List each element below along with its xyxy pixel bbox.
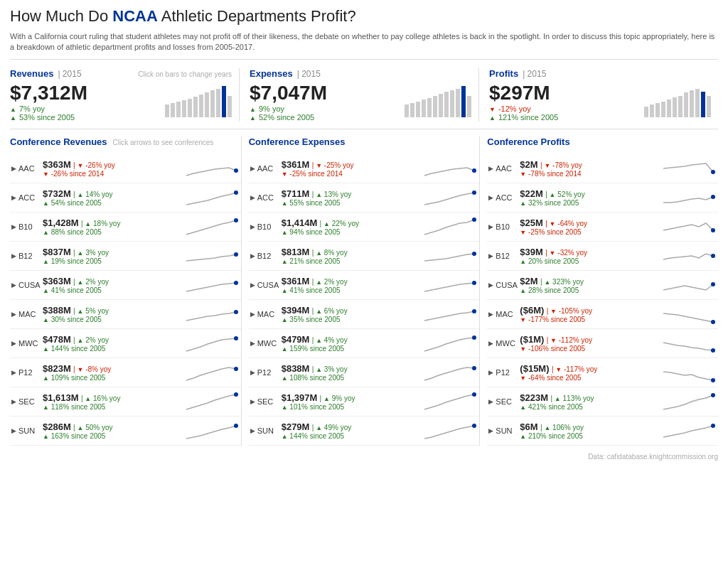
revenues-hint: Click on bars to change years: [138, 70, 232, 78]
p12-rev-sparkline: [183, 362, 240, 383]
revenues-bar-chart[interactable]: [165, 82, 232, 117]
sec-rev-sparkline: [183, 391, 240, 412]
svg-point-13: [472, 252, 476, 256]
expenses-since: 52% since 2005: [250, 113, 397, 122]
sun-rev-arrow[interactable]: ▶: [11, 427, 16, 434]
svg-point-19: [472, 424, 476, 428]
conf-profits-title: Conference Profits: [487, 136, 569, 147]
aac-rev-sparkline: [183, 158, 240, 179]
cusa-rev-arrow[interactable]: ▶: [11, 281, 16, 289]
conference-revenues-section: Conference Revenues Click arrows to see …: [10, 136, 241, 446]
acc-rev-sparkline: [183, 187, 240, 208]
svg-point-6: [234, 336, 238, 340]
expenses-yoy: 9% yoy: [250, 104, 397, 113]
svg-point-9: [234, 424, 238, 428]
conf-exp-b10: ▶ B10 $1,414M | 22% yoy 94% since 2005: [249, 213, 480, 242]
svg-point-22: [711, 228, 715, 232]
conf-pro-b10: ▶ B10 $25M | -64% yoy -25% since 2005: [487, 213, 718, 242]
conf-pro-b12: ▶ B12 $39M | -32% yoy 20% since 2005: [487, 242, 718, 271]
svg-point-12: [472, 218, 476, 222]
sun-rev-sparkline: [183, 420, 240, 441]
acc-rev-arrow[interactable]: ▶: [11, 194, 16, 201]
conf-rev-cusa: ▶ CUSA $363M | 2% yoy 41% since 2005: [10, 271, 241, 300]
svg-point-29: [711, 424, 715, 428]
top-summary-row: Revenues | 2015 Click on bars to change …: [10, 68, 718, 129]
footer-credit: Data: cafidatabase.knightcommission.org: [10, 453, 718, 461]
svg-point-23: [711, 254, 715, 258]
conf-pro-mac: ▶ MAC ($6M) | -105% yoy -177% since 2005: [487, 300, 718, 329]
svg-point-3: [234, 252, 238, 257]
b10-rev-arrow[interactable]: ▶: [11, 223, 16, 230]
conf-revenues-hint: Click arrows to see conferences: [113, 139, 214, 146]
b12-rev-sparkline: [183, 245, 240, 267]
svg-point-21: [711, 195, 715, 199]
cusa-rev-sparkline: [183, 274, 240, 296]
revenues-year: | 2015: [58, 69, 81, 79]
page-title: How Much Do NCAA Athletic Departments Pr…: [10, 7, 718, 26]
profits-since: 121% since 2005: [489, 113, 637, 122]
mwc-rev-sparkline: [183, 333, 240, 354]
conf-exp-acc: ▶ ACC $711M | 13% yoy 55% since 2005: [249, 183, 480, 213]
conf-exp-b12: ▶ B12 $813M | 8% yoy 21% since 2005: [249, 242, 480, 271]
svg-point-28: [711, 393, 715, 397]
sec-rev-arrow[interactable]: ▶: [11, 398, 16, 405]
mwc-rev-arrow[interactable]: ▶: [11, 340, 16, 347]
expenses-year: | 2015: [297, 69, 321, 79]
conf-expenses-title: Conference Expenses: [249, 136, 346, 147]
svg-point-25: [711, 320, 715, 324]
conf-pro-acc: ▶ ACC $22M | 52% yoy 32% since 2005: [487, 183, 718, 213]
svg-point-1: [234, 190, 238, 195]
b10-rev-sparkline: [183, 216, 240, 237]
revenues-amount: $7,312M: [10, 82, 158, 104]
aac-rev-arrow[interactable]: ▶: [11, 165, 16, 172]
b12-rev-arrow[interactable]: ▶: [11, 252, 16, 259]
svg-point-7: [234, 367, 238, 371]
svg-point-2: [234, 218, 238, 222]
svg-point-16: [472, 335, 476, 340]
expenses-amount: $7,047M: [250, 82, 397, 104]
conf-exp-mac: ▶ MAC $394M | 6% yoy 35% since 2005: [249, 300, 480, 329]
conf-rev-b12: ▶ B12 $837M | 3% yoy 19% since 2005: [10, 242, 241, 271]
conf-rev-aac: ▶ AAC $363M | -26% yoy -26% since 2014: [10, 154, 241, 183]
conf-revenues-title: Conference Revenues: [10, 136, 107, 147]
svg-point-5: [234, 310, 238, 314]
conf-rev-p12: ▶ P12 $823M | -8% yoy 109% since 2005: [10, 358, 241, 387]
conference-expenses-section: Conference Expenses ▶ AAC $361M | -25% y…: [241, 136, 480, 446]
svg-point-24: [711, 282, 715, 286]
revenues-yoy: 7% yoy: [10, 104, 158, 113]
conf-exp-sun: ▶ SUN $279M | 49% yoy 144% since 2005: [249, 417, 480, 446]
conf-pro-p12: ▶ P12 ($15M) | -117% yoy -64% since 2005: [487, 358, 718, 387]
svg-point-8: [234, 392, 238, 397]
svg-point-0: [234, 168, 238, 173]
svg-point-10: [472, 168, 476, 173]
conf-exp-sec: ▶ SEC $1,397M | 9% yoy 101% since 2005: [249, 387, 480, 417]
revenues-since: 53% since 2005: [10, 113, 158, 122]
profits-yoy: -12% yoy: [489, 104, 637, 113]
conf-pro-aac: ▶ AAC $2M | -78% yoy -78% since 2014: [487, 154, 718, 183]
conf-exp-cusa: ▶ CUSA $361M | 2% yoy 41% since 2005: [249, 271, 480, 300]
profits-bar-chart[interactable]: [644, 82, 711, 117]
mac-rev-arrow[interactable]: ▶: [11, 311, 16, 318]
conference-profits-section: Conference Profits ▶ AAC $2M | -78% yoy …: [479, 136, 718, 446]
svg-point-18: [472, 392, 476, 397]
expenses-title: Expenses: [250, 68, 293, 79]
svg-point-17: [472, 366, 476, 370]
conf-pro-sun: ▶ SUN $6M | 106% yoy 210% since 2005: [487, 417, 718, 446]
p12-rev-arrow[interactable]: ▶: [11, 369, 16, 376]
svg-point-11: [472, 190, 476, 195]
svg-point-15: [472, 309, 476, 313]
expenses-bar-chart[interactable]: [405, 82, 471, 117]
profits-year: | 2015: [523, 69, 546, 79]
conf-pro-sec: ▶ SEC $223M | 113% yoy 421% since 2005: [487, 387, 718, 417]
conf-exp-aac: ▶ AAC $361M | -25% yoy -25% since 2014: [249, 154, 480, 183]
svg-point-20: [711, 170, 715, 174]
mac-rev-sparkline: [183, 304, 240, 325]
conf-rev-b10: ▶ B10 $1,428M | 18% yoy 88% since 2005: [10, 213, 241, 242]
profits-title: Profits: [489, 68, 518, 79]
conference-row: Conference Revenues Click arrows to see …: [10, 136, 718, 446]
revenues-section: Revenues | 2015 Click on bars to change …: [10, 68, 239, 122]
profits-section: Profits | 2015 $297M -12% yoy 121% since…: [478, 68, 718, 122]
conf-rev-mac: ▶ MAC $388M | 5% yoy 30% since 2005: [10, 300, 241, 329]
svg-point-14: [472, 281, 476, 285]
profits-amount: $297M: [489, 82, 637, 104]
